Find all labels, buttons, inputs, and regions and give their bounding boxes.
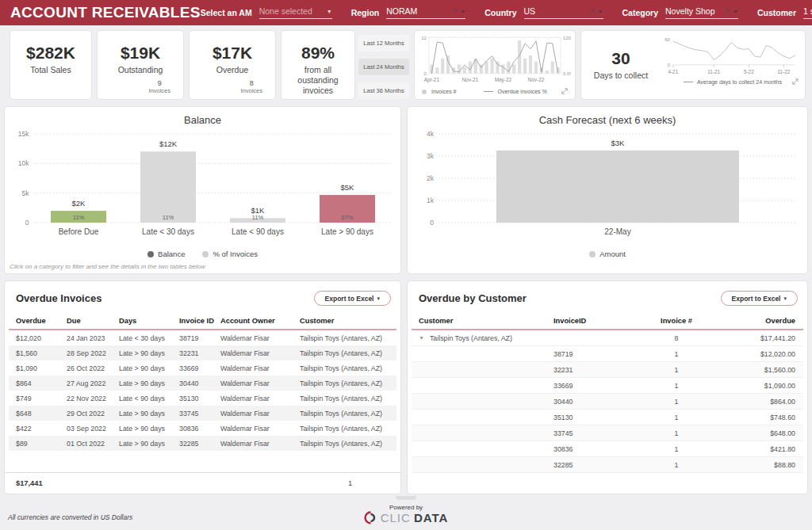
svg-text:22-May: 22-May bbox=[604, 227, 630, 236]
svg-text:Late < 90 days: Late < 90 days bbox=[232, 227, 284, 236]
overdue-percent-label: from all oustanding invoices bbox=[282, 65, 354, 96]
filter-dropdown[interactable]: 1 selected ×▼ bbox=[803, 6, 812, 19]
customer-group-row: ▼Tailspin Toys (Antares, AZ) 8 $17,441.2… bbox=[412, 330, 803, 346]
dropdown-caret-icon[interactable]: ▼ bbox=[598, 9, 603, 14]
balance-chart-card: Balance 05k10k15k$2K11%Before Due$12K11%… bbox=[4, 106, 401, 274]
expand-caret-icon[interactable]: ▼ bbox=[419, 335, 424, 341]
filter-value: NORAM bbox=[386, 6, 417, 16]
column-header-customer: Customer bbox=[300, 317, 396, 325]
svg-text:$2K: $2K bbox=[72, 199, 86, 208]
dashboard: ACCOUNT RECEIVABLES Select an AM None se… bbox=[0, 0, 812, 530]
invoices-history-card: 120120.0%0.0%Apr-21Nov-21May-22Nov-22 In… bbox=[414, 30, 576, 100]
svg-text:0.0%: 0.0% bbox=[563, 71, 571, 76]
column-header-customer: Customer bbox=[419, 317, 553, 325]
days-to-collect-chart: 6004-2111-215-2211-22 bbox=[661, 35, 805, 79]
table-row: $1,09026 Oct 2022Late > 90 days33669Wald… bbox=[9, 360, 396, 376]
svg-text:120.0%: 120.0% bbox=[563, 36, 571, 40]
svg-text:11%: 11% bbox=[163, 214, 174, 221]
table-header-row: CustomerInvoiceIDInvoice #Overdue bbox=[412, 312, 803, 330]
filter-label: Region bbox=[351, 8, 380, 17]
bar-legend-marker bbox=[422, 90, 427, 94]
table-row: $1,56028 Sep 2022Late > 90 days32231Wald… bbox=[9, 345, 396, 360]
overdue-by-customer-title: Overdue by Customer bbox=[419, 292, 527, 304]
invoice-detail-row: 33745 1 $648.00 bbox=[412, 425, 803, 441]
dropdown-caret-icon[interactable]: ▼ bbox=[460, 9, 465, 14]
legend-item-amount: Amount bbox=[589, 250, 626, 258]
export-to-excel-button[interactable]: Export to Excel ▾ bbox=[721, 291, 798, 306]
filter-region: Region NORAM ×▼ bbox=[351, 6, 466, 19]
overdue-label: Overdue bbox=[213, 65, 251, 75]
filter-select-an-am: Select an AM None selected ▼ bbox=[201, 6, 332, 19]
svg-text:67%: 67% bbox=[341, 214, 353, 221]
overdue-invoices-footer: $17,441 1 bbox=[5, 472, 400, 494]
filter-value: Novelty Shop bbox=[665, 6, 714, 16]
invoices-history-chart: 120120.0%0.0%Apr-21Nov-21May-22Nov-22 bbox=[419, 34, 571, 87]
svg-text:5k: 5k bbox=[22, 189, 30, 197]
filter-dropdown[interactable]: Novelty Shop ×▼ bbox=[665, 6, 738, 19]
total-sales-value: $282K bbox=[26, 44, 75, 63]
days-to-collect-legend: Average days to collect 24 months bbox=[661, 79, 805, 85]
invoices-history-svg: 120120.0%0.0%Apr-21Nov-21May-22Nov-22 bbox=[419, 34, 571, 84]
period-button-group: Last 12 MonthsLast 24 MonthsLast 36 Mont… bbox=[358, 35, 409, 99]
legend-item-of-invoices: % of Invoices bbox=[202, 250, 258, 258]
kpi-days-to-collect: 30 Days to collect 6004-2111-215-2211-22… bbox=[580, 30, 806, 100]
clear-filter-icon[interactable]: × bbox=[725, 7, 730, 15]
column-header-account-owner: Account Owner bbox=[220, 317, 300, 325]
balance-chart-footnote: Click on a category to filter and see th… bbox=[5, 258, 400, 270]
chevron-down-icon: ▾ bbox=[783, 296, 787, 302]
invoice-detail-row: 35130 1 $748.60 bbox=[412, 410, 803, 425]
invoice-detail-row: 32285 1 $88.80 bbox=[412, 457, 803, 473]
balance-chart-legend: Balance % of Invoices bbox=[5, 250, 400, 258]
svg-text:Nov-22: Nov-22 bbox=[528, 77, 545, 82]
legend-marker bbox=[147, 251, 154, 257]
svg-text:4k: 4k bbox=[427, 130, 435, 138]
filter-dropdown[interactable]: NORAM ×▼ bbox=[386, 6, 465, 19]
svg-text:0: 0 bbox=[424, 71, 427, 76]
svg-text:$12K: $12K bbox=[159, 139, 178, 148]
currency-note: All currencies are converted in US Dolla… bbox=[8, 513, 132, 521]
filter-dropdown[interactable]: None selected ▼ bbox=[259, 6, 332, 19]
filter-dropdown[interactable]: US ×▼ bbox=[524, 6, 603, 19]
svg-text:11-22: 11-22 bbox=[777, 69, 790, 74]
overdue-invoice-count: 8 Invoices bbox=[240, 79, 262, 94]
svg-text:0: 0 bbox=[25, 219, 29, 227]
clear-filter-icon[interactable]: × bbox=[452, 7, 457, 15]
invoice-detail-row: 33669 1 $1,090.00 bbox=[412, 378, 803, 394]
filter-customer: Customer 1 selected ×▼ bbox=[757, 6, 812, 19]
dropdown-caret-icon[interactable]: ▼ bbox=[327, 9, 332, 14]
svg-text:Late > 90 days: Late > 90 days bbox=[321, 227, 373, 236]
clicdata-logo-icon bbox=[364, 511, 377, 524]
svg-text:$3K: $3K bbox=[611, 139, 626, 147]
invoice-detail-row: 38719 1 $12,020.00 bbox=[412, 346, 803, 362]
chevron-down-icon: ▾ bbox=[377, 296, 380, 302]
overdue-by-customer-table: CustomerInvoiceIDInvoice #Overdue ▼Tails… bbox=[412, 312, 803, 473]
header-bar: ACCOUNT RECEIVABLES Select an AM None se… bbox=[0, 0, 812, 25]
invoice-detail-row: 30836 1 $421.80 bbox=[412, 441, 803, 457]
dropdown-caret-icon[interactable]: ▼ bbox=[733, 9, 738, 14]
outstanding-invoice-count: 9 Invoices bbox=[148, 79, 170, 94]
svg-text:10k: 10k bbox=[18, 159, 29, 167]
filter-value: 1 selected bbox=[803, 6, 812, 16]
expand-icon[interactable] bbox=[792, 78, 799, 86]
overdue-by-customer-card: Overdue by Customer Export to Excel ▾ Cu… bbox=[407, 280, 808, 494]
filter-bar: Select an AM None selected ▼ Region NORA… bbox=[201, 6, 812, 19]
kpi-outstanding: $19K Outstanding 9 Invoices bbox=[97, 30, 184, 100]
filter-label: Select an AM bbox=[201, 8, 252, 17]
legend-marker bbox=[202, 251, 209, 257]
svg-text:May-22: May-22 bbox=[495, 77, 512, 83]
table-row: $64829 Oct 2022Late > 90 days33745Waldem… bbox=[9, 406, 396, 421]
period-button-last-12-months[interactable]: Last 12 Months bbox=[358, 35, 409, 51]
export-to-excel-button[interactable]: Export to Excel ▾ bbox=[314, 291, 391, 306]
expand-icon[interactable] bbox=[561, 88, 568, 95]
legend-label: Invoices # bbox=[431, 89, 457, 94]
legend-item-balance: Balance bbox=[147, 250, 185, 258]
bar-late-30-days[interactable] bbox=[140, 151, 196, 223]
clear-filter-icon[interactable]: × bbox=[590, 7, 595, 15]
period-button-last-36-months[interactable]: Last 36 Months bbox=[358, 82, 409, 99]
powered-by-text: Powered by bbox=[0, 504, 812, 511]
overdue-value: $17K bbox=[213, 44, 252, 63]
period-button-last-24-months[interactable]: Last 24 Months bbox=[358, 59, 409, 75]
page-title: ACCOUNT RECEIVABLES bbox=[0, 4, 201, 21]
svg-text:Nov-21: Nov-21 bbox=[462, 77, 478, 82]
balance-svg: 05k10k15k$2K11%Before Due$12K11%Late < 3… bbox=[5, 126, 400, 245]
